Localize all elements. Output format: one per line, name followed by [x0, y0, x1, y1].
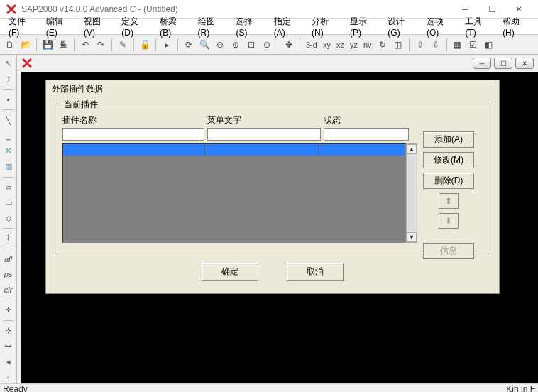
- menu-edit[interactable]: 编辑(E): [40, 14, 78, 39]
- view-yz-button[interactable]: yz: [348, 40, 360, 49]
- window-title: SAP2000 v14.0.0 Advanced C - (Untitled): [21, 4, 451, 14]
- col-header-menu: 菜单文字: [207, 114, 321, 126]
- side-toolbar: ↖ ⤴ • ╲ ⎯ ✕ ▥ ▱ ▭ ◇ ⌇ all ps clr ✛ ⊹ ⊶ ◂…: [0, 55, 17, 383]
- line-icon[interactable]: ╲: [1, 114, 16, 126]
- clr-label-icon[interactable]: clr: [1, 283, 16, 296]
- grid-scrollbar[interactable]: ▲ ▼: [406, 143, 417, 243]
- perspective-icon[interactable]: ◫: [391, 38, 405, 52]
- zoom-prev-icon[interactable]: ⊙: [260, 38, 274, 52]
- col-header-status: 状态: [324, 114, 409, 126]
- menu-analyze[interactable]: 分析(N): [306, 14, 344, 39]
- menu-file[interactable]: 文件(F): [3, 14, 40, 39]
- secondary-beam-icon[interactable]: ▥: [1, 160, 16, 173]
- area-icon[interactable]: ▱: [1, 181, 16, 194]
- up-arrow-icon[interactable]: ⇧: [413, 38, 427, 52]
- sub-maximize-button[interactable]: ☐: [494, 58, 512, 69]
- subwindow-icon: [21, 58, 33, 69]
- col-header-name: 插件名称: [62, 114, 204, 126]
- snap-point-icon[interactable]: ⊹: [1, 325, 16, 337]
- pointer-icon[interactable]: ✎: [116, 38, 130, 52]
- menu-help[interactable]: 帮助(H): [497, 14, 535, 39]
- cancel-button[interactable]: 取消: [287, 263, 344, 281]
- main-toolbar: 🗋 📂 💾 🖶 ↶ ↷ ✎ 🔓 ▸ ⟳ 🔍 ⊖ ⊕ ⊡ ⊙ ✥ 3-d xy x…: [0, 35, 538, 55]
- sub-minimize-button[interactable]: ─: [473, 58, 491, 69]
- menu-tools[interactable]: 工具(T): [459, 14, 497, 39]
- plugin-grid[interactable]: [62, 143, 406, 243]
- zoom-icon[interactable]: 🔍: [197, 38, 212, 52]
- view-3d-button[interactable]: 3-d: [304, 40, 319, 49]
- status-bar: Ready Kin in F: [0, 383, 538, 392]
- rotate-icon[interactable]: ↻: [375, 38, 390, 52]
- scroll-up-icon[interactable]: ▲: [407, 144, 417, 154]
- zoom-in-icon[interactable]: ⊕: [229, 38, 243, 52]
- point-icon[interactable]: •: [1, 94, 16, 107]
- ok-button[interactable]: 确定: [202, 263, 258, 281]
- all-label-icon[interactable]: all: [1, 253, 16, 266]
- plugin-name-input[interactable]: [62, 128, 204, 141]
- snap-mid-icon[interactable]: ⊶: [1, 340, 16, 353]
- info-button[interactable]: 信息: [423, 243, 474, 259]
- save-icon[interactable]: 💾: [40, 38, 55, 52]
- add-button[interactable]: 添加(A): [423, 131, 474, 148]
- arrow-select-icon[interactable]: ↖: [1, 58, 16, 70]
- new-icon[interactable]: 🗋: [3, 38, 17, 52]
- scroll-down-icon[interactable]: ▼: [407, 232, 417, 242]
- menubar: 文件(F) 编辑(E) 视图(V) 定义(D) 桥梁(B) 绘图(R) 选择(S…: [0, 19, 538, 35]
- current-plugins-group: 当前插件 插件名称 菜单文字 状态: [55, 104, 490, 254]
- snap-icon[interactable]: ✛: [1, 304, 16, 317]
- element-icon[interactable]: ▦: [451, 38, 465, 52]
- refresh-icon[interactable]: ⟳: [182, 38, 196, 52]
- menu-draw[interactable]: 绘图(R): [192, 14, 231, 39]
- toggle-icon[interactable]: ☑: [466, 38, 481, 52]
- pan-icon[interactable]: ✥: [282, 38, 296, 52]
- status-right: Kin in F: [506, 384, 535, 392]
- app-icon: [6, 4, 17, 15]
- move-up-button[interactable]: ⬆: [439, 193, 459, 209]
- run-icon[interactable]: ▸: [160, 38, 174, 52]
- redo-icon[interactable]: ↷: [94, 38, 108, 52]
- down-arrow-icon[interactable]: ⇩: [429, 38, 443, 52]
- zoom-fit-icon[interactable]: ⊡: [244, 38, 258, 52]
- snap-end-icon[interactable]: ◂: [1, 355, 16, 368]
- ps-label-icon[interactable]: ps: [1, 268, 16, 281]
- lock-icon[interactable]: 🔓: [138, 38, 152, 52]
- zoom-out-icon[interactable]: ⊖: [213, 38, 227, 52]
- group-title: 当前插件: [61, 99, 101, 111]
- modify-button[interactable]: 修改(M): [423, 152, 474, 168]
- menu-design[interactable]: 设计(G): [382, 14, 421, 39]
- snap-int-icon[interactable]: ◦: [1, 371, 16, 383]
- menu-select[interactable]: 选择(S): [230, 14, 268, 39]
- view-xz-button[interactable]: xz: [334, 40, 346, 49]
- quick-line-icon[interactable]: ⎯: [1, 129, 16, 142]
- print-icon[interactable]: 🖶: [56, 38, 70, 52]
- sub-close-button[interactable]: ✕: [515, 58, 534, 69]
- menu-options[interactable]: 选项(O): [421, 14, 460, 39]
- move-down-button[interactable]: ⬇: [439, 213, 459, 229]
- menu-bridge[interactable]: 桥梁(B): [154, 14, 192, 39]
- delete-button[interactable]: 删除(D): [423, 173, 474, 189]
- menu-view[interactable]: 视图(V): [78, 14, 116, 39]
- menu-assign[interactable]: 指定(A): [268, 14, 306, 39]
- rect-area-icon[interactable]: ▭: [1, 196, 16, 209]
- menu-display[interactable]: 显示(P): [344, 14, 382, 39]
- status-left: Ready: [3, 384, 28, 392]
- reshape-icon[interactable]: ⤴: [1, 73, 16, 86]
- status-input[interactable]: [324, 128, 409, 141]
- plugin-dialog: 外部插件数据 当前插件 插件名称 菜单文字 状态: [45, 80, 500, 294]
- view-nv-button[interactable]: nv: [361, 40, 374, 49]
- dialog-title: 外部插件数据: [46, 80, 499, 98]
- menu-define[interactable]: 定义(D): [116, 14, 154, 39]
- view-xy-button[interactable]: xy: [321, 40, 333, 49]
- open-icon[interactable]: 📂: [18, 38, 33, 52]
- brace-icon[interactable]: ✕: [1, 145, 16, 158]
- misc-icon[interactable]: ◧: [482, 38, 496, 52]
- menu-text-input[interactable]: [207, 128, 321, 141]
- undo-icon[interactable]: ↶: [78, 38, 92, 52]
- link-icon[interactable]: ⌇: [1, 232, 16, 245]
- subwindow-titlebar: ─ ☐ ✕: [21, 55, 538, 72]
- quick-area-icon[interactable]: ◇: [1, 212, 16, 224]
- grid-selected-row[interactable]: [63, 144, 405, 156]
